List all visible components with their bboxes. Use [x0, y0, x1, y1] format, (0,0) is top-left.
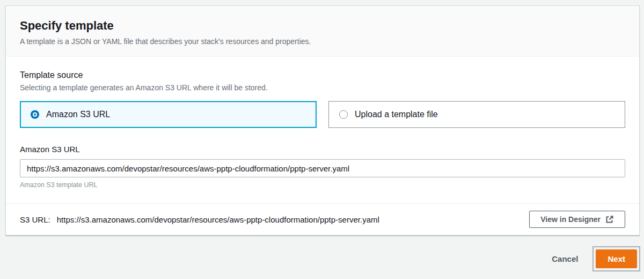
s3-url-input[interactable]: [20, 159, 625, 177]
view-in-designer-label: View in Designer: [540, 215, 601, 224]
page-title: Specify template: [20, 18, 625, 33]
radio-unselected-icon[interactable]: [339, 110, 348, 119]
radio-selected-icon[interactable]: [31, 110, 39, 119]
wizard-actions: Cancel Next: [552, 246, 640, 271]
template-source-description: Selecting a template generates an Amazon…: [20, 82, 625, 93]
s3-url-summary: S3 URL:https://s3.amazonaws.com/devopsta…: [20, 215, 379, 224]
s3-url-field-group: Amazon S3 URL Amazon S3 template URL: [20, 144, 625, 189]
template-source-group: Template source Selecting a template gen…: [20, 69, 625, 93]
radio-tile-label: Amazon S3 URL: [46, 110, 110, 119]
view-in-designer-button[interactable]: View in Designer: [529, 211, 625, 228]
panel-body: Template source Selecting a template gen…: [6, 56, 639, 203]
template-source-label: Template source: [20, 69, 625, 81]
radio-tile-label: Upload a template file: [355, 110, 438, 119]
s3-url-summary-value: https://s3.amazonaws.com/devopstar/resou…: [57, 215, 379, 224]
cancel-button[interactable]: Cancel: [552, 254, 578, 263]
specify-template-panel: Specify template A template is a JSON or…: [5, 5, 640, 235]
external-link-icon: [605, 215, 614, 224]
panel-footer: S3 URL:https://s3.amazonaws.com/devopsta…: [6, 203, 639, 235]
radio-tile-amazon-s3-url[interactable]: Amazon S3 URL: [20, 101, 317, 128]
radio-tile-upload-template-file[interactable]: Upload a template file: [328, 101, 625, 128]
s3-url-summary-label: S3 URL:: [20, 215, 50, 224]
next-button[interactable]: Next: [596, 249, 637, 268]
panel-header: Specify template A template is a JSON or…: [6, 6, 639, 56]
s3-url-field-label: Amazon S3 URL: [20, 144, 625, 155]
s3-url-field-hint: Amazon S3 template URL: [20, 181, 625, 189]
template-source-options: Amazon S3 URL Upload a template file: [20, 101, 625, 128]
specify-template-page: Specify template A template is a JSON or…: [0, 0, 644, 279]
page-subtitle: A template is a JSON or YAML file that d…: [20, 36, 625, 47]
next-button-focus-ring: Next: [592, 246, 640, 271]
